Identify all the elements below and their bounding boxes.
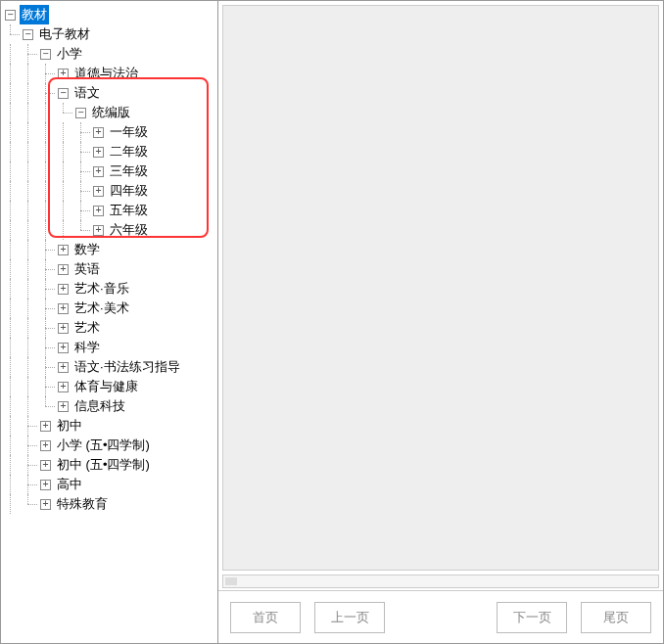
tree-node-subject: 数学 — [5, 240, 217, 259]
toggle-icon[interactable] — [58, 264, 69, 275]
tree-node-stage: 初中 (五•四学制) — [5, 455, 217, 475]
toggle-icon[interactable] — [93, 147, 104, 158]
tree-node-chinese: 语文 — [5, 83, 217, 240]
tree-node-grade: 六年级 — [5, 220, 217, 240]
tree-sidebar: 教材 电子教材 — [1, 1, 218, 643]
toggle-icon[interactable] — [58, 343, 69, 353]
tree-node-grade: 四年级 — [5, 181, 217, 201]
tree-label[interactable]: 数学 — [72, 240, 102, 259]
tree-node-grade: 三年级 — [5, 161, 217, 181]
next-page-button[interactable]: 下一页 — [497, 602, 567, 633]
toggle-icon[interactable] — [58, 362, 69, 373]
tree-label[interactable]: 道德与法治 — [72, 64, 140, 83]
tree-node-stage: 高中 — [5, 475, 217, 494]
toggle-icon[interactable] — [58, 323, 69, 334]
toggle-icon[interactable] — [40, 480, 51, 490]
tree-node-subject: 科学 — [5, 338, 217, 357]
tree-node-stage: 初中 — [5, 416, 217, 436]
tree-node-subject: 道德与法治 — [5, 64, 217, 83]
tree-node-grade: 一年级 — [5, 122, 217, 142]
app-container: 教材 电子教材 — [0, 0, 664, 644]
tree-node-root: 教材 电子教材 — [5, 5, 217, 514]
prev-page-button[interactable]: 上一页 — [314, 602, 385, 633]
toggle-icon[interactable] — [40, 460, 51, 471]
tree-label[interactable]: 英语 — [72, 259, 102, 279]
toggle-icon[interactable] — [58, 401, 69, 412]
tree-label[interactable]: 电子教材 — [37, 24, 92, 44]
tree-label[interactable]: 二年级 — [108, 142, 150, 161]
tree-node-ebook: 电子教材 小学 — [5, 24, 217, 514]
tree-label[interactable]: 艺术·美术 — [72, 299, 131, 318]
tree-label[interactable]: 三年级 — [108, 161, 150, 181]
tree-node-stage: 小学 (五•四学制) — [5, 436, 217, 455]
tree-label[interactable]: 信息科技 — [72, 396, 127, 416]
tree-label[interactable]: 小学 (五•四学制) — [55, 436, 152, 455]
toggle-icon[interactable] — [93, 206, 104, 216]
toggle-icon[interactable] — [93, 186, 104, 197]
toggle-icon[interactable] — [58, 88, 69, 99]
toggle-icon[interactable] — [58, 284, 69, 295]
toggle-icon[interactable] — [75, 108, 86, 118]
tree-node-primary: 小学 道德与法治 — [5, 44, 217, 416]
tree-node-grade: 二年级 — [5, 142, 217, 161]
content-main — [222, 5, 659, 571]
tree-node-subject: 艺术 — [5, 318, 217, 338]
tree-label[interactable]: 体育与健康 — [72, 377, 140, 396]
tree-node-subject: 艺术·美术 — [5, 299, 217, 318]
toggle-icon[interactable] — [93, 127, 104, 138]
toggle-icon[interactable] — [5, 10, 16, 21]
tree-label[interactable]: 四年级 — [108, 181, 150, 201]
toggle-icon[interactable] — [40, 49, 51, 60]
toggle-icon[interactable] — [58, 382, 69, 392]
tree-label[interactable]: 特殊教育 — [55, 494, 110, 514]
toggle-icon[interactable] — [40, 499, 51, 510]
tree-node-edition: 统编版 一年级二年级三年级四年级五年级六年级 — [5, 103, 217, 240]
tree-label[interactable]: 一年级 — [108, 122, 150, 142]
tree-node-subject: 信息科技 — [5, 396, 217, 416]
tree-label[interactable]: 艺术·音乐 — [72, 279, 131, 299]
pagination-bar: 首页 上一页 下一页 尾页 — [218, 590, 663, 643]
toggle-icon[interactable] — [23, 29, 33, 40]
tree-label[interactable]: 初中 — [55, 416, 84, 436]
toggle-icon[interactable] — [93, 225, 104, 236]
tree-label-root[interactable]: 教材 — [20, 5, 49, 24]
content-area: 首页 上一页 下一页 尾页 — [218, 1, 663, 643]
toggle-icon[interactable] — [40, 421, 51, 432]
toggle-icon[interactable] — [58, 303, 69, 314]
tree-node-stage: 特殊教育 — [5, 494, 217, 514]
tree-label[interactable]: 初中 (五•四学制) — [55, 455, 152, 475]
toggle-icon[interactable] — [93, 166, 104, 177]
toggle-icon[interactable] — [40, 440, 51, 451]
tree-label[interactable]: 统编版 — [90, 103, 132, 122]
tree-node-subject: 艺术·音乐 — [5, 279, 217, 299]
tree-label[interactable]: 艺术 — [72, 318, 102, 338]
tree-label[interactable]: 高中 — [55, 475, 84, 494]
first-page-button[interactable]: 首页 — [230, 602, 301, 633]
tree-node-subject: 英语 — [5, 259, 217, 279]
tree-node-grade: 五年级 — [5, 201, 217, 220]
tree-label[interactable]: 五年级 — [108, 201, 150, 220]
horizontal-scrollbar[interactable] — [222, 575, 659, 588]
tree-node-subject: 体育与健康 — [5, 377, 217, 396]
tree-node-subject: 语文·书法练习指导 — [5, 357, 217, 377]
tree-label[interactable]: 六年级 — [108, 220, 150, 240]
toggle-icon[interactable] — [58, 245, 69, 255]
tree-label[interactable]: 科学 — [72, 338, 102, 357]
tree-label[interactable]: 语文·书法练习指导 — [72, 357, 182, 377]
tree-label[interactable]: 小学 — [55, 44, 84, 64]
tree-label[interactable]: 语文 — [72, 83, 102, 103]
last-page-button[interactable]: 尾页 — [581, 602, 651, 633]
toggle-icon[interactable] — [58, 69, 69, 79]
